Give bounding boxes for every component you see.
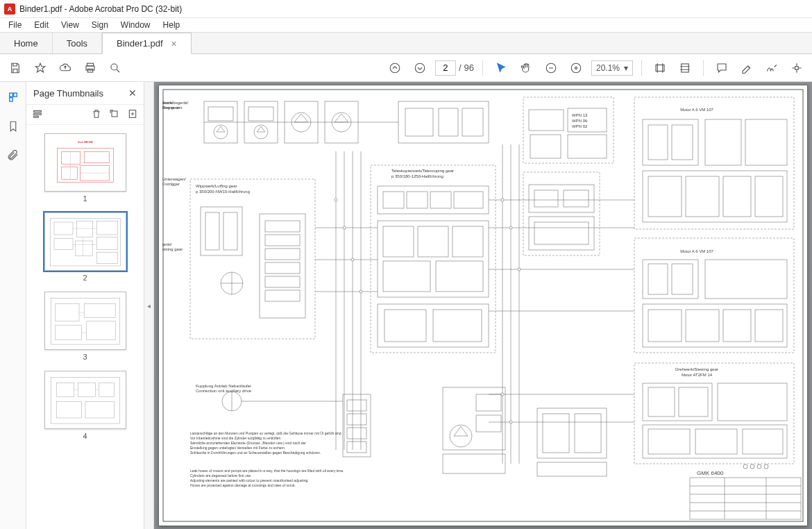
svg-rect-120 bbox=[383, 192, 404, 208]
svg-rect-89 bbox=[248, 107, 273, 121]
svg-rect-129 bbox=[436, 261, 483, 292]
svg-rect-134 bbox=[534, 190, 558, 207]
attachment-rail-icon[interactable] bbox=[3, 146, 23, 165]
svg-rect-181 bbox=[643, 383, 712, 421]
tab-document-label: Binder1.pdf bbox=[117, 38, 163, 49]
hydraulic-schematic: GMK 6400 Wippwerk/ bbox=[162, 89, 804, 522]
svg-text:Grove GMK 6400: Grove GMK 6400 bbox=[78, 141, 93, 144]
page-current-input[interactable] bbox=[435, 60, 456, 76]
svg-rect-13 bbox=[13, 93, 17, 96]
tab-document[interactable]: Binder1.pdf × bbox=[102, 33, 192, 54]
star-icon[interactable] bbox=[31, 58, 50, 78]
thumbnails-rail-icon[interactable] bbox=[3, 87, 23, 107]
thumbnail-page[interactable]: Grove GMK 6400 1 bbox=[44, 133, 127, 203]
select-tool-icon[interactable] bbox=[491, 58, 511, 78]
svg-rect-133 bbox=[529, 185, 594, 212]
svg-rect-123 bbox=[454, 192, 483, 208]
thumbnail-page[interactable]: 2 bbox=[44, 212, 127, 282]
svg-point-3 bbox=[111, 64, 117, 70]
menu-view[interactable]: View bbox=[56, 19, 85, 31]
svg-rect-109 bbox=[205, 212, 219, 250]
svg-rect-29 bbox=[76, 221, 92, 237]
svg-rect-172 bbox=[643, 260, 698, 299]
svg-rect-108 bbox=[201, 207, 242, 255]
svg-rect-136 bbox=[529, 217, 594, 250]
thumbnails-title: Page Thumbnails bbox=[33, 88, 103, 99]
zoom-out-icon[interactable] bbox=[541, 58, 561, 78]
thumbnail-page[interactable]: 4 bbox=[44, 371, 127, 440]
svg-rect-167 bbox=[643, 171, 787, 222]
thumbnail-number: 1 bbox=[83, 194, 87, 203]
svg-rect-113 bbox=[265, 221, 300, 232]
svg-rect-31 bbox=[96, 237, 118, 250]
close-panel-icon[interactable]: ✕ bbox=[128, 87, 137, 99]
document-viewer[interactable]: GMK 6400 Wippwerk/ bbox=[154, 82, 812, 529]
highlight-icon[interactable] bbox=[737, 58, 756, 78]
svg-text:Motor A 6 VM 107: Motor A 6 VM 107 bbox=[680, 249, 713, 253]
rotate-icon[interactable] bbox=[109, 108, 120, 121]
thumbnail-page[interactable]: 3 bbox=[44, 292, 127, 361]
fit-page-icon[interactable] bbox=[675, 58, 695, 78]
svg-rect-103 bbox=[530, 135, 561, 158]
svg-rect-96 bbox=[398, 101, 489, 143]
drawing-number: GMK 6400 bbox=[697, 470, 724, 476]
svg-rect-124 bbox=[378, 221, 489, 297]
menu-sign[interactable]: Sign bbox=[86, 19, 114, 31]
cloud-upload-icon[interactable] bbox=[56, 58, 75, 78]
zoom-in-icon[interactable] bbox=[566, 58, 586, 78]
save-icon[interactable] bbox=[6, 58, 25, 78]
sign-icon[interactable] bbox=[762, 58, 781, 78]
svg-rect-163 bbox=[648, 125, 668, 160]
print-icon[interactable] bbox=[81, 58, 100, 78]
fit-width-icon[interactable] bbox=[650, 58, 670, 78]
svg-rect-187 bbox=[695, 429, 737, 454]
svg-rect-179 bbox=[723, 310, 751, 342]
comment-icon[interactable] bbox=[712, 58, 731, 78]
svg-rect-182 bbox=[648, 387, 675, 417]
thumb-options-icon[interactable] bbox=[32, 108, 43, 121]
svg-rect-127 bbox=[452, 226, 483, 257]
menu-bar: File Edit View Sign Window Help bbox=[0, 18, 812, 32]
svg-rect-54 bbox=[690, 478, 801, 519]
svg-rect-14 bbox=[34, 110, 42, 112]
tab-tools[interactable]: Tools bbox=[53, 33, 102, 53]
menu-help[interactable]: Help bbox=[158, 19, 186, 31]
menu-file[interactable]: File bbox=[3, 19, 27, 31]
svg-rect-15 bbox=[34, 113, 42, 115]
menu-edit[interactable]: Edit bbox=[28, 19, 54, 31]
trash-icon[interactable] bbox=[91, 108, 102, 121]
svg-rect-128 bbox=[383, 261, 430, 292]
svg-text:Motor AT2FM 14: Motor AT2FM 14 bbox=[682, 373, 713, 377]
more-tools-icon[interactable] bbox=[787, 58, 806, 78]
svg-point-203 bbox=[360, 290, 362, 293]
svg-text:Hilfsgerät/Auxiliary hoisting : Hilfsgerät/Auxiliary hoisting gear bbox=[162, 242, 183, 251]
tab-home[interactable]: Home bbox=[0, 33, 53, 53]
insert-page-icon[interactable] bbox=[127, 108, 138, 121]
svg-rect-71 bbox=[634, 363, 794, 464]
svg-rect-99 bbox=[462, 108, 483, 136]
thumbnails-list[interactable]: Grove GMK 6400 1 2 3 4 bbox=[26, 125, 144, 529]
svg-rect-118 bbox=[265, 290, 300, 301]
menu-window[interactable]: Window bbox=[115, 19, 156, 31]
svg-rect-122 bbox=[430, 192, 451, 208]
panel-collapse-icon[interactable]: ◂ bbox=[144, 82, 154, 529]
bookmark-rail-icon[interactable] bbox=[3, 117, 23, 136]
svg-rect-22 bbox=[84, 152, 109, 163]
svg-rect-65 bbox=[190, 179, 315, 339]
svg-point-208 bbox=[509, 421, 512, 423]
svg-rect-157 bbox=[347, 428, 366, 439]
hand-tool-icon[interactable] bbox=[516, 58, 536, 78]
svg-rect-17 bbox=[112, 111, 117, 117]
pdf-app-icon: A bbox=[4, 3, 15, 15]
zoom-select[interactable]: 20.1% ▾ bbox=[591, 60, 633, 76]
page-up-icon[interactable] bbox=[385, 58, 405, 78]
page-down-icon[interactable] bbox=[410, 58, 430, 78]
svg-rect-69 bbox=[634, 97, 794, 229]
svg-rect-191 bbox=[476, 394, 501, 411]
svg-rect-162 bbox=[643, 119, 698, 165]
thumbnails-toolbar bbox=[26, 104, 144, 125]
thumbnail-number: 4 bbox=[83, 432, 87, 440]
search-icon[interactable] bbox=[105, 58, 125, 78]
svg-rect-189 bbox=[443, 387, 505, 450]
tab-close-icon[interactable]: × bbox=[171, 38, 177, 49]
